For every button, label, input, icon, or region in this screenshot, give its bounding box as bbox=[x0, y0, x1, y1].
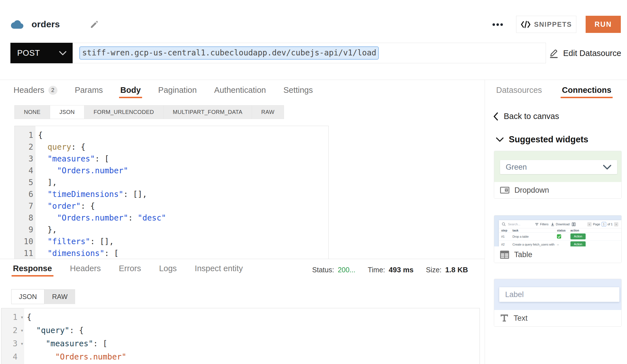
response-viewer[interactable]: 1▾2▾3▾45 { "query": { "measures": [ "Ord… bbox=[1, 308, 480, 364]
code-token: "order" bbox=[48, 201, 81, 211]
page-of-label: of 1 bbox=[608, 223, 613, 226]
fold-arrow-icon[interactable]: ▾ bbox=[21, 324, 24, 337]
line-number: 2 bbox=[15, 141, 35, 153]
snippets-button[interactable]: SNIPPETS bbox=[516, 16, 576, 33]
line-number: 8 bbox=[15, 212, 35, 224]
tab-label: Errors bbox=[119, 264, 141, 273]
edit-datasource-button[interactable]: Edit Datasource bbox=[549, 47, 621, 59]
body-type-form_urlencoded[interactable]: FORM_URLENCODED bbox=[84, 105, 164, 119]
body-type-raw[interactable]: RAW bbox=[252, 105, 284, 119]
line-number: 5 bbox=[15, 177, 35, 188]
table-widget-preview: Search... Filters Download ‹ Page 1 of 1… bbox=[494, 215, 621, 246]
method-value: POST bbox=[17, 48, 40, 58]
response-tab-errors[interactable]: Errors bbox=[119, 264, 141, 277]
tab-headers[interactable]: Headers2 bbox=[14, 86, 57, 98]
code-line: { bbox=[38, 129, 166, 141]
tab-settings[interactable]: Settings bbox=[283, 86, 313, 98]
line-number: 7 bbox=[15, 200, 35, 212]
code-token bbox=[38, 213, 57, 223]
line-number: 4 bbox=[15, 165, 35, 177]
code-token: : bbox=[128, 213, 138, 223]
body-type-json[interactable]: JSON bbox=[50, 105, 84, 119]
widget-label-row: Table bbox=[494, 246, 621, 263]
code-token bbox=[27, 352, 55, 361]
tab-params[interactable]: Params bbox=[75, 86, 103, 98]
download-icon bbox=[551, 223, 554, 226]
rename-pencil-icon[interactable] bbox=[90, 20, 99, 29]
code-token: "Orders.number" bbox=[55, 352, 126, 361]
code-line: "measures": [ bbox=[38, 153, 166, 165]
line-number[interactable]: 2▾ bbox=[1, 324, 24, 337]
more-dot bbox=[500, 23, 503, 26]
panel-divider bbox=[485, 80, 485, 364]
request-body-editor[interactable]: 1234567891011 { query: { "measures": [ "… bbox=[14, 126, 329, 259]
url-input[interactable]: stiff-wren.gcp-us-central1.cubecloudapp.… bbox=[73, 43, 546, 63]
fold-arrow-icon[interactable]: ▾ bbox=[21, 337, 24, 350]
tab-authentication[interactable]: Authentication bbox=[214, 86, 266, 98]
right-panel-tabs: DatasourcesConnections bbox=[496, 86, 611, 98]
code-line: "timeDimensions": [], bbox=[38, 188, 166, 200]
tab-label: Inspect entity bbox=[195, 264, 243, 273]
tab-pagination[interactable]: Pagination bbox=[158, 86, 197, 98]
response-tab-inspect-entity[interactable]: Inspect entity bbox=[195, 264, 243, 277]
response-meta-size: Size:1.8 KB bbox=[426, 266, 468, 274]
request-tabs: Headers2ParamsBodyPaginationAuthenticati… bbox=[14, 86, 313, 98]
code-token bbox=[38, 154, 48, 163]
widget-card-text[interactable]: Label Text bbox=[494, 279, 622, 327]
back-to-canvas-button[interactable]: Back to canvas bbox=[493, 112, 559, 121]
line-number: 1 bbox=[15, 129, 35, 141]
response-tab-headers[interactable]: Headers bbox=[70, 264, 101, 277]
cell-status bbox=[555, 233, 568, 241]
code-line: ], bbox=[38, 177, 166, 188]
panel-tab-datasources[interactable]: Datasources bbox=[496, 86, 542, 98]
line-number: 3 bbox=[15, 153, 35, 165]
code-token: ], bbox=[38, 178, 57, 187]
body-type-none[interactable]: NONE bbox=[14, 105, 50, 119]
body-type-multipart_form_data[interactable]: MULTIPART_FORM_DATA bbox=[163, 105, 252, 119]
fold-arrow-icon[interactable]: ▾ bbox=[21, 311, 24, 324]
table-widget-icon bbox=[500, 251, 509, 259]
code-token: "timeDimensions" bbox=[48, 190, 124, 199]
tab-label: Pagination bbox=[158, 86, 197, 95]
more-menu-button[interactable] bbox=[491, 20, 504, 29]
line-number[interactable]: 1▾ bbox=[1, 311, 24, 324]
mini-table-filters: Filters bbox=[535, 223, 548, 226]
method-select[interactable]: POST bbox=[10, 43, 73, 63]
code-line: "Orders.number" bbox=[38, 165, 166, 177]
response-tab-response[interactable]: Response bbox=[13, 264, 52, 277]
panel-tab-connections[interactable]: Connections bbox=[562, 86, 612, 98]
code-token bbox=[38, 166, 57, 175]
page-label: Page bbox=[593, 223, 600, 226]
response-tab-logs[interactable]: Logs bbox=[159, 264, 177, 277]
mini-table-column-action: action bbox=[568, 228, 621, 233]
mini-table-pagination: ‹ Page 1 of 1 › bbox=[587, 222, 618, 226]
widget-label-row: Text bbox=[494, 310, 621, 326]
line-number[interactable]: 4 bbox=[1, 350, 24, 363]
widget-card-table[interactable]: Search... Filters Download ‹ Page 1 of 1… bbox=[494, 215, 622, 263]
response-format-json[interactable]: JSON bbox=[11, 289, 44, 304]
tab-label: Headers bbox=[14, 86, 44, 95]
widget-card-dropdown[interactable]: Green Dropdown bbox=[494, 151, 622, 199]
cell-status: -- bbox=[555, 241, 568, 247]
code-token: { bbox=[27, 313, 32, 322]
meta-value: 493 ms bbox=[389, 266, 413, 274]
line-number[interactable]: 3▾ bbox=[1, 337, 24, 350]
response-format-raw[interactable]: RAW bbox=[44, 289, 75, 304]
widget-label: Dropdown bbox=[514, 186, 549, 195]
url-value: stiff-wren.gcp-us-central1.cubecloudapp.… bbox=[79, 46, 379, 60]
more-dot bbox=[496, 23, 499, 26]
code-token: }, bbox=[38, 225, 57, 234]
meta-value: 200... bbox=[338, 266, 355, 274]
line-number: 11 bbox=[15, 248, 35, 259]
tab-body[interactable]: Body bbox=[120, 86, 141, 98]
suggested-widgets-header[interactable]: Suggested widgets bbox=[496, 134, 588, 145]
cell-step: #1 bbox=[499, 233, 510, 241]
code-area[interactable]: { query: { "measures": [ "Orders.number"… bbox=[35, 126, 166, 259]
code-token: : { bbox=[70, 326, 84, 335]
response-separator bbox=[0, 259, 485, 259]
run-button[interactable]: RUN bbox=[586, 16, 621, 33]
text-widget-preview: Label bbox=[494, 279, 621, 310]
code-token: query bbox=[48, 142, 71, 152]
edit-datasource-label: Edit Datasource bbox=[563, 49, 621, 58]
mini-table-column-task: task bbox=[510, 228, 555, 233]
